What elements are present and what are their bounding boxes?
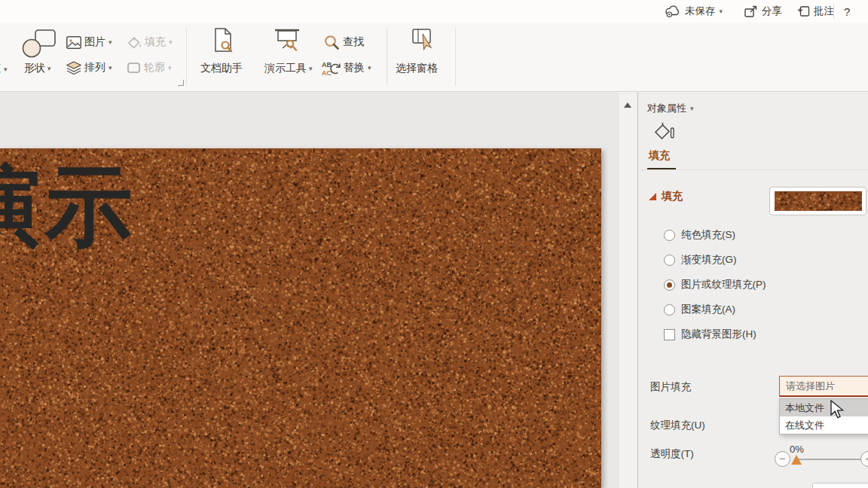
selection-pane-button[interactable]: 选择窗格 [396,62,438,75]
shapes-label: 形状 [24,62,45,75]
chevron-down-icon: ▾ [47,66,51,72]
presentation-tools-icon [274,29,300,52]
shapes-icon [21,29,57,59]
chevron-down-icon: ▾ [690,105,694,112]
presentation-tools-button[interactable]: 演示工具 ▾ [264,62,313,75]
transparency-plus-button[interactable]: + [860,451,868,467]
chevron-down-icon: ▾ [4,66,8,73]
vertical-scrollbar[interactable] [618,92,637,488]
slide-editing-area[interactable]: 演示 [0,92,618,488]
transparency-minus-button[interactable]: − [775,451,790,467]
fill-tab-icon [653,122,676,142]
texture-preview-swatch[interactable] [769,187,866,215]
titlebar: 未保存 ▾ 分享 批注 ? [0,0,868,23]
ribbon-toolbar: 框 ▾ 形状 ▾ 图片 ▾ [0,23,868,92]
help-button[interactable]: ? [844,0,850,23]
wps-presentation-window: 未保存 ▾ 分享 批注 ? [0,0,868,488]
fill-section-label: 填充 [662,190,683,203]
svg-text:AB: AB [322,61,332,69]
option-hide-background-graphics[interactable]: 隐藏背景图形(H) [664,327,756,342]
scroll-up-arrow-icon[interactable] [624,102,631,108]
tab-fill[interactable]: 填充 [649,149,670,163]
option-label: 纯色填充(S) [681,228,735,242]
transparency-value: 0% [790,444,804,455]
panel-divider [638,169,868,170]
option-solid-fill[interactable]: 纯色填充(S) [664,227,735,242]
replace-button[interactable]: AB AC 替换 ▾ [322,59,371,77]
ribbon-separator [455,27,456,86]
arrange-icon [66,61,81,75]
section-expand-icon [649,193,656,200]
menu-item-online-file[interactable]: 在线文件 [780,416,868,434]
fill-button: 填充 ▾ [127,33,173,51]
option-label: 图案填充(A) [681,303,735,316]
search-icon [324,35,340,50]
radio-icon[interactable] [664,304,675,316]
chevron-down-icon: ▾ [720,8,723,15]
fill-bucket-icon [127,36,142,49]
shapes-button[interactable]: 形状 ▾ [24,62,51,75]
arrange-label: 排列 [84,61,105,75]
presentation-tools-label: 演示工具 [264,62,307,75]
outline-icon [127,62,141,74]
picture-select-dropdown[interactable]: 请选择图片 [779,376,868,397]
picture-label: 图片 [84,35,105,49]
slide[interactable]: 演示 [0,148,601,488]
transparency-spinner-input[interactable] [812,483,868,488]
radio-checked-icon[interactable] [664,279,675,291]
chevron-down-icon: ▾ [368,65,371,72]
help-label: ? [844,5,850,18]
share-button[interactable]: 分享 [744,0,782,23]
titlebar-separator [833,4,834,19]
find-button[interactable]: 查找 [324,33,364,51]
find-label: 查找 [343,35,364,49]
option-picture-texture-fill[interactable]: 图片或纹理填充(P) [664,277,766,292]
picture-source-menu: 本地文件 在线文件 [779,398,868,435]
texture-fill-label: 纹理填充(U) [650,419,705,432]
comment-button[interactable]: 批注 [797,0,834,23]
cloud-sync-icon [665,5,681,18]
panel-header-dropdown[interactable]: 对象属性 ▾ [647,102,694,115]
outline-label: 轮廓 [144,61,165,75]
leather-texture-thumbnail [775,191,862,211]
object-properties-panel: 对象属性 ▾ 填充 填充 纯色填充(S) [637,92,868,488]
chevron-down-icon: ▾ [108,39,112,46]
fill-section-header[interactable]: 填充 [649,190,683,203]
radio-icon[interactable] [664,255,675,266]
option-gradient-fill[interactable]: 渐变填充(G) [664,252,737,267]
ribbon-clipped-button[interactable]: 框 ▾ [0,60,8,78]
menu-item-local-file[interactable]: 本地文件 [780,399,868,416]
doc-assistant-button[interactable]: 文档助手 [200,62,243,75]
save-status-button[interactable]: 未保存 ▾ [665,0,723,23]
share-icon [744,5,758,18]
picture-button[interactable]: 图片 ▾ [66,33,112,51]
doc-assistant-label: 文档助手 [200,62,243,75]
arrange-button[interactable]: 排列 ▾ [66,59,112,77]
checkbox-icon[interactable] [664,329,675,340]
chevron-down-icon: ▾ [108,65,112,72]
option-pattern-fill[interactable]: 图案填充(A) [664,302,735,317]
option-label: 隐藏背景图形(H) [681,328,756,341]
slide-title-text[interactable]: 演示 [0,159,137,255]
transparency-slider-track[interactable] [794,459,863,460]
picture-icon [66,36,81,49]
ribbon-separator [387,27,387,86]
option-label: 渐变填充(G) [681,253,737,267]
selection-pane-icon [412,29,434,50]
chevron-down-icon: ▾ [168,65,172,72]
fill-label: 填充 [145,35,166,49]
radio-icon[interactable] [664,230,675,241]
transparency-label: 透明度(T) [650,447,694,461]
clipped-button-label: 框 [0,63,1,76]
comment-icon [797,5,810,17]
panel-header-label: 对象属性 [647,102,686,115]
option-label: 图片或纹理填充(P) [681,278,766,291]
group-corner-mark [178,80,184,86]
comment-label: 批注 [814,5,834,18]
picture-select-placeholder: 请选择图片 [780,380,835,393]
transparency-slider-handle[interactable] [791,455,802,465]
doc-assistant-icon [214,28,234,53]
svg-text:AC: AC [322,69,332,76]
outline-button: 轮廓 ▾ [127,59,172,77]
replace-icon: AB AC [322,60,341,76]
